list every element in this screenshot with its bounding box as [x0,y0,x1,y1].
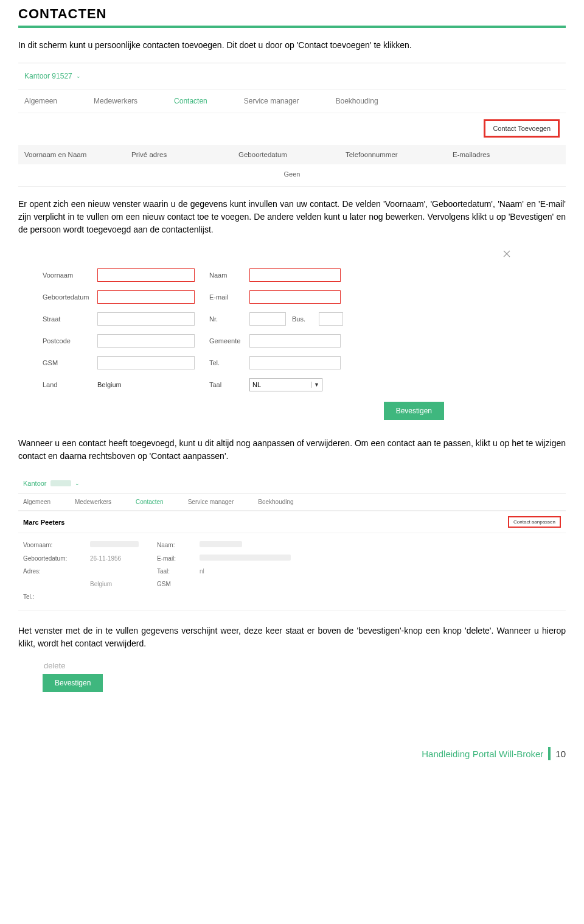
label-straat: Straat [43,315,91,323]
kantoor-dropdown[interactable]: Kantoor 91527 ⌄ [18,63,566,89]
paragraph-modal: Er opent zich een nieuw venster waarin u… [18,198,566,236]
label-geboorte: Geboortedatum: [23,555,90,562]
screenshot-contact-list: Kantoor 91527 ⌄ Algemeen Medewerkers Con… [18,63,566,187]
tab-boekhouding[interactable]: Boekhouding [258,499,293,505]
input-gemeente[interactable] [249,334,341,348]
col-address: Privé adres [131,151,238,158]
value-taal: nl [200,568,297,575]
input-naam[interactable] [249,268,341,282]
value-voornaam [90,541,157,548]
input-voornaam[interactable] [97,268,195,282]
label-email: E-mail [201,293,243,301]
label-geboorte: Geboortedatum [43,293,91,301]
page-footer: Handleiding Portal Will-Broker 10 [18,747,566,760]
col-phone: Telefoonnummer [346,151,453,158]
input-nr[interactable] [249,312,286,326]
tab-bar: Algemeen Medewerkers Contacten Service m… [18,89,566,113]
tab-contacten[interactable]: Contacten [136,499,164,505]
label-voornaam: Voornaam: [23,542,90,548]
heading-underline [18,26,566,28]
input-straat[interactable] [97,312,195,326]
col-email: E-mailadres [453,151,560,158]
kantoor-label: Kantoor 91527 [24,72,72,80]
input-email[interactable] [249,290,341,304]
tab-bar-2: Algemeen Medewerkers Contacten Service m… [18,494,566,511]
input-geboorte[interactable] [97,290,195,304]
input-postcode[interactable] [97,334,195,348]
tab-algemeen[interactable]: Algemeen [24,97,57,105]
screenshot-delete-confirm: delete Bevestigen [43,661,566,692]
add-contact-button[interactable]: Contact Toevoegen [484,119,560,138]
screenshot-contact-detail: Kantoor ⌄ Algemeen Medewerkers Contacten… [18,474,566,611]
select-taal[interactable]: NL ▼ [249,378,322,391]
chevron-down-icon: ⌄ [76,73,81,79]
tab-service-manager[interactable]: Service manager [188,499,234,505]
redacted-smudge [50,480,71,486]
tab-contacten[interactable]: Contacten [174,97,207,105]
tab-service-manager[interactable]: Service manager [244,97,299,105]
input-tel[interactable] [249,356,341,369]
contact-name: Marc Peeters [23,519,65,526]
label-naam: Naam: [157,542,200,548]
value-email [200,555,297,562]
label-naam: Naam [201,271,243,279]
delete-link[interactable]: delete [43,661,566,670]
screenshot-contact-form: Voornaam Naam Geboortedatum E-mail Straa… [43,247,529,424]
label-gsm: GSM [43,359,91,366]
tab-algemeen[interactable]: Algemeen [23,499,50,505]
input-gsm[interactable] [97,356,195,369]
paragraph-intro: In dit scherm kunt u persoonlijke contac… [18,39,566,52]
paragraph-delete: Het venster met de in te vullen gegevens… [18,625,566,650]
table-empty-row: Geen [18,164,566,187]
value-land: Belgium [97,378,195,391]
label-nr: Nr. [201,315,243,323]
paragraph-edit: Wanneer u een contact heeft toegevoegd, … [18,437,566,463]
chevron-down-icon: ⌄ [75,480,80,486]
label-land: Land [43,381,91,388]
kantoor-dropdown-2[interactable]: Kantoor ⌄ [18,474,566,494]
label-email: E-mail: [157,555,200,562]
table-header: Voornaam en Naam Privé adres Geboortedat… [18,145,566,164]
col-birthdate: Geboortedatum [238,151,346,158]
value-naam [200,541,297,548]
label-tel: Tel. [201,359,243,366]
kantoor-label-2: Kantoor [23,480,47,487]
footer-divider [548,747,551,760]
value-geboorte: 26-11-1956 [90,555,157,562]
confirm-button[interactable]: Bevestigen [384,402,444,420]
label-gsm: GSM [157,581,200,587]
empty-text: Geen [18,170,566,178]
dropdown-arrow-icon: ▼ [311,382,319,388]
label-taal: Taal: [157,568,200,575]
edit-contact-button[interactable]: Contact aanpassen [508,516,561,528]
label-gemeente: Gemeente [201,337,243,345]
input-bus[interactable] [319,312,343,326]
label-adres: Adres: [23,568,90,575]
col-name: Voornaam en Naam [24,151,131,158]
confirm-button[interactable]: Bevestigen [43,674,103,692]
label-voornaam: Voornaam [43,271,91,279]
value-land: Belgium [90,581,157,587]
label-tel: Tel.: [23,593,90,600]
footer-page-number: 10 [555,749,566,759]
footer-title: Handleiding Portal Will-Broker [422,749,543,759]
label-bus: Bus. [292,315,313,323]
select-taal-value: NL [252,381,261,388]
tab-medewerkers[interactable]: Medewerkers [94,97,137,105]
label-postcode: Postcode [43,337,91,345]
section-heading: CONTACTEN [18,6,566,22]
label-taal: Taal [201,381,243,388]
close-icon[interactable] [502,250,511,259]
tab-boekhouding[interactable]: Boekhouding [336,97,378,105]
tab-medewerkers[interactable]: Medewerkers [75,499,111,505]
